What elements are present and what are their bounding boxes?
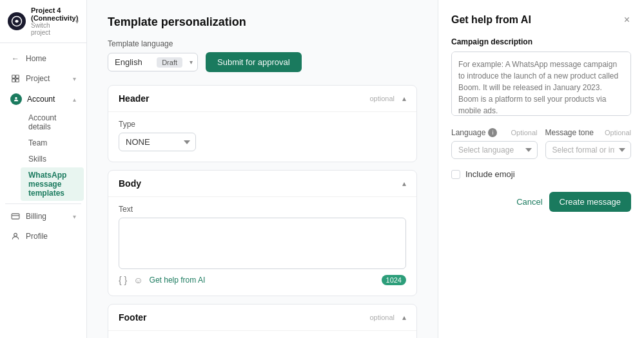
header-chevron-icon: ▴	[402, 94, 406, 103]
campaign-desc-textarea[interactable]	[451, 52, 631, 116]
ai-tone-select[interactable]: Select formal or informal tone Formal In…	[545, 141, 632, 159]
curly-braces-icon[interactable]: { }	[119, 275, 127, 285]
textarea-footer: { } ☺ Get help from AI 1024	[119, 275, 406, 285]
sidebar-item-account[interactable]: Account ▴	[3, 89, 84, 109]
header-type-select[interactable]: NONE TEXT IMAGE VIDEO DOCUMENT	[119, 133, 196, 151]
sidebar-item-account-details[interactable]: Account details	[21, 110, 84, 135]
billing-label: Billing	[26, 212, 68, 221]
footer-section-body: Text 60	[108, 330, 416, 338]
svg-rect-6	[12, 214, 19, 219]
project-chevron-icon: ▾	[75, 18, 79, 25]
draft-badge: Draft	[157, 57, 182, 68]
body-section-title: Body	[119, 178, 141, 189]
ai-actions: Cancel Create message	[451, 192, 631, 212]
include-emoji-label: Include emoji	[465, 169, 515, 179]
get-help-ai-link[interactable]: Get help from AI	[150, 276, 206, 285]
account-submenu: Account details Team Skills WhatsApp mes…	[0, 110, 86, 201]
include-emoji-checkbox[interactable]	[451, 170, 460, 179]
sidebar-item-whatsapp[interactable]: WhatsApp message templates	[21, 167, 84, 201]
emoji-icon[interactable]: ☺	[133, 275, 142, 285]
ai-tone-col: Message tone Optional Select formal or i…	[545, 128, 632, 159]
language-optional: Optional	[511, 129, 538, 136]
ai-panel-title: Get help from AI	[451, 14, 531, 26]
sidebar-item-profile[interactable]: Profile	[3, 227, 84, 246]
account-expand-icon: ▴	[73, 96, 76, 103]
body-textarea[interactable]	[119, 218, 406, 269]
header-section-right: optional ▴	[369, 94, 406, 103]
ai-panel-header: Get help from AI ×	[451, 13, 631, 27]
ai-create-message-button[interactable]: Create message	[549, 192, 631, 212]
header-section: Header optional ▴ Type NONE TEXT IMAGE V…	[108, 85, 417, 162]
ai-panel: Get help from AI × Campaign description …	[438, 0, 644, 338]
sidebar-item-skills[interactable]: Skills	[21, 151, 84, 167]
profile-label: Profile	[26, 232, 76, 241]
ai-tone-label: Message tone Optional	[545, 128, 632, 137]
header-section-title: Header	[119, 93, 149, 104]
project-label: Project	[26, 74, 68, 83]
sidebar-item-home[interactable]: ← Home	[3, 49, 84, 68]
header-type-label: Type	[119, 120, 406, 129]
project-switcher[interactable]: Project 4 (Connectivity) Switch project …	[0, 0, 86, 43]
footer-section-toggle[interactable]: Footer optional ▴	[108, 305, 416, 330]
template-language-row: English Spanish French Draft ▾ Submit fo…	[108, 52, 417, 72]
main-content: Template personalization Template langua…	[87, 0, 438, 338]
switch-project-label: Switch project	[31, 22, 70, 36]
header-section-body: Type NONE TEXT IMAGE VIDEO DOCUMENT	[108, 111, 416, 162]
profile-icon	[10, 231, 21, 241]
ai-close-button[interactable]: ×	[623, 13, 631, 27]
language-info-icon: i	[488, 128, 497, 137]
home-icon: ←	[10, 53, 21, 64]
footer-section-title: Footer	[119, 312, 147, 323]
billing-icon	[10, 211, 21, 221]
submit-approval-button[interactable]: Submit for approval	[206, 52, 302, 72]
body-section: Body ▴ Text { } ☺ Get help from AI 1024	[108, 170, 417, 296]
language-select-wrapper: English Spanish French Draft ▾	[108, 53, 198, 71]
ai-language-label: Language i Optional	[451, 128, 538, 137]
app-logo	[8, 12, 26, 30]
ai-language-select[interactable]: Select language	[451, 141, 538, 159]
ai-cancel-button[interactable]: Cancel	[516, 197, 542, 207]
footer-chevron-icon: ▴	[402, 313, 406, 322]
project-icon	[10, 73, 21, 84]
svg-point-5	[15, 97, 17, 99]
sidebar-item-project[interactable]: Project ▾	[3, 69, 84, 88]
sidebar-item-team[interactable]: Team	[21, 135, 84, 151]
body-chevron-icon: ▴	[402, 179, 406, 188]
sidebar-item-billing[interactable]: Billing ▾	[3, 207, 84, 226]
svg-rect-4	[16, 79, 19, 82]
sidebar: Project 4 (Connectivity) Switch project …	[0, 0, 87, 338]
tone-optional: Optional	[605, 129, 631, 136]
body-section-toggle[interactable]: Body ▴	[108, 171, 416, 196]
footer-optional-label: optional	[369, 314, 395, 321]
home-label: Home	[26, 54, 76, 63]
footer-section: Footer optional ▴ Text 60	[108, 304, 417, 338]
header-section-toggle[interactable]: Header optional ▴	[108, 86, 416, 111]
template-language-label: Template language	[108, 39, 417, 48]
account-icon	[10, 93, 22, 105]
ai-emoji-row: Include emoji	[451, 169, 631, 179]
nav-divider	[5, 203, 81, 204]
language-select[interactable]: English Spanish French	[108, 53, 198, 71]
footer-section-right: optional ▴	[369, 313, 406, 322]
textarea-icons: { } ☺ Get help from AI	[119, 275, 205, 285]
body-section-body: Text { } ☺ Get help from AI 1024	[108, 196, 416, 296]
account-label: Account	[27, 95, 68, 104]
body-char-count: 1024	[382, 275, 406, 285]
sidebar-nav: ← Home Project ▾ Account ▴ Account detai…	[0, 43, 86, 338]
header-optional-label: optional	[369, 95, 395, 102]
body-text-label: Text	[119, 205, 406, 214]
page-title: Template personalization	[108, 15, 417, 29]
svg-point-8	[14, 233, 17, 236]
ai-language-col: Language i Optional Select language	[451, 128, 538, 159]
svg-rect-2	[16, 75, 19, 79]
campaign-desc-label: Campaign description	[451, 37, 631, 46]
svg-rect-1	[12, 75, 15, 79]
ai-options-row: Language i Optional Select language Mess…	[451, 128, 631, 159]
billing-expand-icon: ▾	[73, 213, 76, 220]
project-expand-icon: ▾	[73, 75, 76, 82]
project-name: Project 4 (Connectivity)	[31, 6, 70, 22]
svg-rect-3	[12, 79, 15, 82]
